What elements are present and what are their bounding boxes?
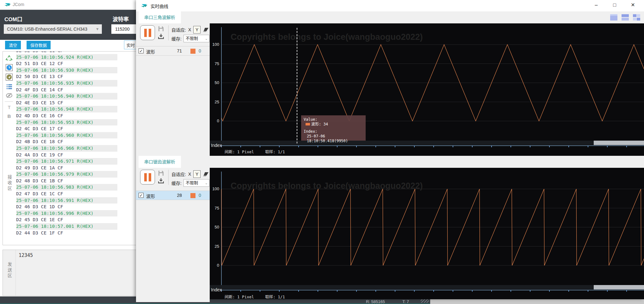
adaptive-y-button[interactable]: Y [193, 26, 201, 33]
controls-divider [168, 170, 169, 185]
svg-text:25: 25 [215, 244, 219, 249]
curve-window-corner [136, 299, 210, 302]
series-count: 0 [199, 48, 201, 53]
chart-footer: 间距: 1 Pixel 取样: 1/1 [225, 294, 294, 299]
tooltip-series-value: 波形: 34 [311, 122, 328, 126]
chart-footer: 间距: 1 Pixel 取样: 1/1 [225, 149, 294, 155]
layout-rows-icon[interactable] [622, 14, 629, 21]
chart-scrollbar-track[interactable] [210, 141, 644, 145]
svg-text:100: 100 [212, 186, 219, 191]
tooltip-value-label: Value: [304, 117, 363, 122]
svg-text:75: 75 [215, 61, 219, 66]
curve-logo-icon [140, 3, 148, 9]
series-value: 71 [168, 48, 182, 53]
adaptive-label: 自适应: [171, 27, 186, 33]
cache-value: 不限制 [186, 180, 198, 185]
tab-triangle-parse[interactable]: 串口三角波解析 [139, 11, 181, 23]
export-data-icon[interactable] [158, 33, 164, 39]
panel2-tabstrip: 串口锯齿波解析 [136, 156, 644, 168]
adaptive-x-button[interactable]: X [188, 172, 191, 177]
sampling-text: 取样: 1/1 [265, 295, 285, 299]
tx-count: T: 7 [402, 299, 409, 304]
baud-rate-input[interactable] [111, 24, 136, 34]
clock-icon[interactable] [6, 64, 13, 71]
clear-button[interactable]: 清空 [5, 41, 21, 49]
panel1-tabstrip: 串口三角波解析 [136, 11, 644, 23]
adaptive-label: 自适应: [171, 171, 186, 177]
tooltip-swatch [306, 123, 310, 125]
chevron-down-icon: ▼ [96, 24, 99, 34]
list-icon[interactable] [6, 83, 13, 90]
send-divider [15, 250, 16, 295]
series-checkbox[interactable]: ✓ [139, 48, 144, 53]
spacing-text: 间距: 1 Pixel [225, 149, 254, 154]
jcom-logo-icon [4, 2, 11, 8]
triangle-chart[interactable]: 0255075100 Copyrights belongs to Joice(w… [210, 23, 644, 156]
curve-window-title: 实时曲线 [151, 3, 168, 9]
chart-tooltip: Value: 波形: 34 Index: 25-07-06 18:10:50.4… [301, 115, 366, 141]
pause-button[interactable] [140, 170, 155, 185]
chart-scrollbar-track[interactable] [210, 285, 644, 289]
chart-scrollbar-thumb[interactable] [594, 141, 644, 145]
save-image-icon[interactable] [158, 170, 164, 176]
text-T-icon[interactable]: T [6, 105, 13, 112]
save-image-icon[interactable] [158, 26, 164, 32]
chevron-down-icon: ⌄ [205, 179, 208, 186]
cache-select[interactable]: 不限制 ⌄ [183, 35, 209, 42]
chevron-down-icon: ⌄ [205, 35, 208, 42]
chart-scrollbar-thumb[interactable] [594, 285, 644, 289]
gutter-divider [5, 101, 13, 102]
text-B-icon[interactable]: B [6, 113, 13, 120]
cache-select[interactable]: 不限制 ⌄ [183, 179, 209, 187]
watermark: Copyrights belongs to Joice(wangbaoguo20… [231, 181, 423, 191]
cursor-line [297, 28, 297, 143]
series-checkbox[interactable]: ✓ [139, 193, 144, 198]
cache-label: 缓存: [171, 180, 182, 186]
close-button[interactable]: ✕ [624, 0, 642, 11]
series-legend-row[interactable]: ✓ 波形 28 0 [136, 191, 210, 200]
com-port-value: COM10: USB-Enhanced-SERIAL CH343 [7, 27, 87, 32]
eye-off-icon[interactable] [6, 92, 13, 99]
series-legend-row[interactable]: ✓ 波形 71 0 [136, 46, 210, 56]
adaptive-x-button[interactable]: X [188, 27, 191, 32]
cache-value: 不限制 [186, 36, 198, 41]
panel2-sidebar: 自适应: X Y 缓存: 不限制 ⌄ ✓ 波形 28 0 [136, 168, 210, 299]
minimize-button[interactable]: – [587, 0, 605, 11]
series-value: 28 [168, 193, 182, 198]
tooltip-index-value: 25-07-06 18:10:50.418(9950) [304, 134, 363, 143]
receive-gutter: T B 接收区 [3, 52, 15, 245]
layout-grid-icon[interactable] [633, 14, 640, 21]
tooltip-index-label: Index: [304, 129, 363, 134]
jcom-window-title: JCom [13, 2, 24, 7]
svg-text:25: 25 [215, 100, 219, 104]
maximize-button[interactable]: □ [605, 0, 624, 11]
series-name: 波形 [146, 48, 155, 55]
tab-sawtooth-parse[interactable]: 串口锯齿波解析 [139, 156, 181, 168]
svg-text:0: 0 [217, 263, 219, 268]
rx-count: R: 585165 [366, 299, 385, 304]
series-count: 0 [199, 193, 201, 198]
adaptive-y-button[interactable]: Y [193, 170, 201, 178]
svg-text:50: 50 [215, 225, 219, 229]
com-port-select[interactable]: COM10: USB-Enhanced-SERIAL CH343 ▼ [4, 24, 102, 34]
send-area-label: 发送区 [6, 262, 13, 279]
cache-label: 缓存: [171, 35, 182, 42]
layout-switcher [610, 14, 640, 21]
layout-single-icon[interactable] [610, 14, 617, 21]
eraser-icon[interactable] [203, 27, 209, 32]
send-text[interactable]: 12345 [19, 252, 33, 258]
recycle-icon[interactable] [6, 55, 13, 62]
sawtooth-chart[interactable]: 0255075100 Copyrights belongs to Joice(w… [210, 168, 644, 299]
receive-area-label: 接收区 [6, 175, 13, 192]
series-name: 波形 [146, 193, 155, 199]
send-arrow-icon[interactable] [6, 74, 13, 81]
x-axis-label: Index [211, 287, 222, 292]
export-data-icon[interactable] [158, 178, 164, 184]
series-color-swatch[interactable] [190, 193, 195, 198]
save-data-button[interactable]: 保存数据 [27, 41, 51, 49]
baud-rate-label: 波特率 [113, 15, 129, 23]
eraser-icon[interactable] [203, 172, 209, 177]
pause-button[interactable] [140, 25, 155, 40]
series-color-swatch[interactable] [190, 49, 195, 54]
spacing-text: 间距: 1 Pixel [225, 295, 254, 299]
